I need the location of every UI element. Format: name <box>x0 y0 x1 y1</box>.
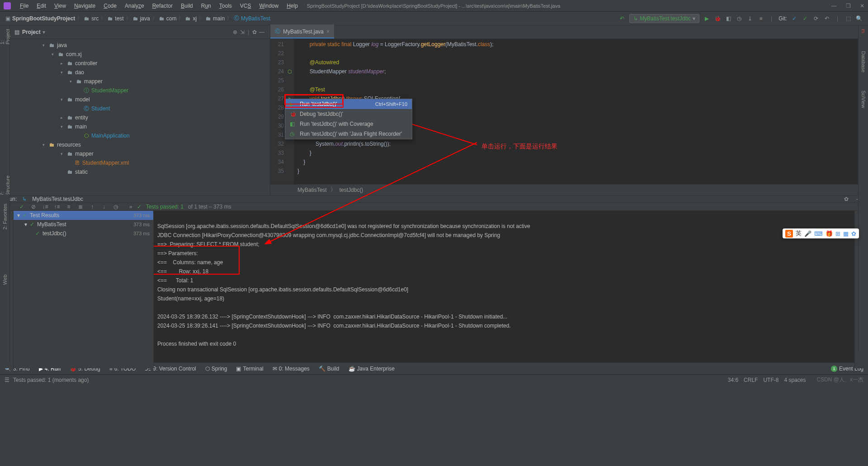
collapse-icon[interactable]: ⇲ <box>239 29 246 36</box>
tree-comxj[interactable]: com.xj <box>66 51 82 57</box>
prev-icon[interactable]: ↑ <box>89 203 96 210</box>
encoding[interactable]: UTF-8 <box>763 377 778 383</box>
menu-code[interactable]: Code <box>100 1 120 10</box>
menu-run[interactable]: Run <box>198 1 215 10</box>
close-window-icon[interactable]: ✕ <box>860 3 864 9</box>
tool-structure-tab[interactable]: 7: Structure <box>0 176 10 196</box>
breadcrumb-class[interactable]: MyBatisTest <box>241 15 270 22</box>
test-results-tree[interactable]: ▾✓Test Results373 ms ▾✓MyBatisTest373 ms… <box>14 211 154 368</box>
ctx-debug[interactable]: 🐞 Debug 'testJdbc()' <box>285 109 412 119</box>
close-tab-icon[interactable]: × <box>326 29 330 35</box>
tree-controller[interactable]: controller <box>75 60 97 67</box>
debug-icon[interactable]: 🐞 <box>714 15 721 22</box>
tree-entity[interactable]: entity <box>75 114 88 121</box>
next-icon[interactable]: ↓ <box>100 203 108 210</box>
menu-help[interactable]: Help <box>283 1 302 10</box>
line-ending[interactable]: CRLF <box>744 377 758 383</box>
tree-static[interactable]: static <box>75 169 88 175</box>
tree-mainapp[interactable]: MainApplication <box>91 133 130 139</box>
search-everywhere-icon[interactable]: 🔍 <box>855 15 863 22</box>
ime-lang[interactable]: 英 <box>796 229 802 238</box>
settings-gear-icon[interactable]: ✿ <box>251 29 258 36</box>
caret-position[interactable]: 34:6 <box>728 377 738 383</box>
ime-settings-icon[interactable]: ✿ <box>851 230 856 237</box>
tool-project-tab[interactable]: 1: Project <box>0 29 10 44</box>
tree-studentmapper[interactable]: StudentMapper <box>91 87 128 94</box>
menu-file[interactable]: File <box>16 1 32 10</box>
git-commit-icon[interactable]: ✓ <box>802 15 809 22</box>
crumb-class[interactable]: MyBatisTest <box>297 187 327 193</box>
test-method[interactable]: testJdbc() <box>42 230 66 237</box>
ime-emoji-icon[interactable]: 🎁 <box>826 230 833 237</box>
tree-dao[interactable]: dao <box>75 69 84 76</box>
tree-model[interactable]: model <box>75 96 90 103</box>
tree-resources[interactable]: resources <box>57 142 81 148</box>
maximize-icon[interactable]: ❐ <box>846 3 851 9</box>
ime-voice-icon[interactable]: 🎤 <box>804 230 811 237</box>
tree-student[interactable]: Student <box>91 105 110 112</box>
collapse2-icon[interactable]: ≣ <box>77 203 84 210</box>
fail-filter-icon[interactable]: ⊘ <box>30 203 37 210</box>
run-configuration-select[interactable]: ↳ MyBatisTest.testJdbc ▾ <box>629 14 699 23</box>
status-icon[interactable]: ☰ <box>5 377 9 383</box>
minimize-icon[interactable]: — <box>831 3 837 9</box>
tool-maven-tab[interactable]: m <box>861 29 866 33</box>
test-root[interactable]: Test Results <box>30 212 59 219</box>
breadcrumb-com[interactable]: com <box>166 15 177 22</box>
tree-mapper[interactable]: mapper <box>84 78 103 85</box>
expand-icon[interactable]: ≡ <box>65 203 72 210</box>
sort-icon[interactable]: ↓≡ <box>42 203 49 210</box>
tree-mapper2[interactable]: mapper <box>75 151 94 157</box>
ime-keyboard-icon[interactable]: ⌨ <box>814 230 823 237</box>
ctx-run[interactable]: ▶ Run 'testJdbc()' Ctrl+Shift+F10 <box>285 99 412 109</box>
tool-favorites-tab[interactable]: 2: Favorites <box>2 204 8 229</box>
profile-icon[interactable]: ◷ <box>736 15 743 22</box>
ime-toolbar[interactable]: S 英 🎤 ⌨ 🎁 ⊞ ▦ ✿ <box>783 228 859 238</box>
locate-icon[interactable]: ⊕ <box>231 29 239 36</box>
breadcrumb-src[interactable]: src <box>91 15 99 22</box>
spring-bean-icon[interactable]: ⬡ <box>288 67 292 76</box>
tool-web-tab[interactable]: Web <box>2 275 8 285</box>
crumb-method[interactable]: testJdbc() <box>340 187 363 193</box>
project-tree[interactable]: ▾🖿java ▾🖿com.xj ▸🖿controller ▾🖿dao ▾🖿map… <box>10 39 270 195</box>
project-select-icon[interactable]: ▤ <box>14 29 19 35</box>
tree-java[interactable]: java <box>57 42 67 48</box>
git-rollback-icon[interactable]: ↶ <box>823 15 830 22</box>
hide-panel-icon[interactable]: — <box>258 29 265 36</box>
ctx-jfr[interactable]: ◷ Run 'testJdbc()' with 'Java Flight Rec… <box>285 129 412 139</box>
menu-analyze[interactable]: Analyze <box>121 1 148 10</box>
breadcrumb-main[interactable]: main <box>213 15 225 22</box>
run-icon[interactable]: ▶ <box>703 15 710 22</box>
ime-input-icon[interactable]: ⊞ <box>835 230 840 237</box>
indent[interactable]: 4 spaces <box>784 377 806 383</box>
run-settings-gear-icon[interactable]: ✿ <box>843 195 850 203</box>
test-class[interactable]: MyBatisTest <box>37 221 66 228</box>
tree-studentxml[interactable]: StudentMapper.xml <box>82 160 129 166</box>
stop-icon[interactable]: ■ <box>757 15 764 22</box>
tool-sciview-tab[interactable]: SciView <box>861 90 866 108</box>
editor-tab-mybatistest[interactable]: Ⓒ MyBatisTest.java × <box>270 24 334 38</box>
menu-view[interactable]: View <box>51 1 70 10</box>
breadcrumb-root[interactable]: SpringBootStudyProject <box>12 15 75 22</box>
console-output[interactable]: SqlSession [org.apache.ibatis.session.de… <box>154 211 854 368</box>
check-icon[interactable]: ✓ <box>18 203 25 210</box>
ime-grid-icon[interactable]: ▦ <box>843 230 849 237</box>
breadcrumb-java[interactable]: java <box>140 15 150 22</box>
attach-icon[interactable]: ⤓ <box>746 15 754 22</box>
tree-main[interactable]: main <box>75 124 87 130</box>
ide-settings-icon[interactable]: ⬚ <box>844 15 852 22</box>
sort2-icon[interactable]: ↑≡ <box>53 203 61 210</box>
menu-navigate[interactable]: Navigate <box>71 1 99 10</box>
menu-vcs[interactable]: VCS <box>236 1 255 10</box>
ctx-coverage[interactable]: ◧ Run 'testJdbc()' with Coverage <box>285 119 412 129</box>
tool-database-tab[interactable]: Database <box>861 51 866 72</box>
menu-tools[interactable]: Tools <box>216 1 236 10</box>
menu-refactor[interactable]: Refactor <box>149 1 176 10</box>
history-icon[interactable]: ◷ <box>112 203 119 210</box>
git-history-icon[interactable]: ⟳ <box>812 15 820 22</box>
back-icon[interactable]: ↶ <box>618 15 626 22</box>
menu-window[interactable]: Window <box>255 1 282 10</box>
git-update-icon[interactable]: ✓ <box>791 15 798 22</box>
breadcrumb-test[interactable]: test <box>115 15 123 22</box>
menu-build[interactable]: Build <box>177 1 197 10</box>
